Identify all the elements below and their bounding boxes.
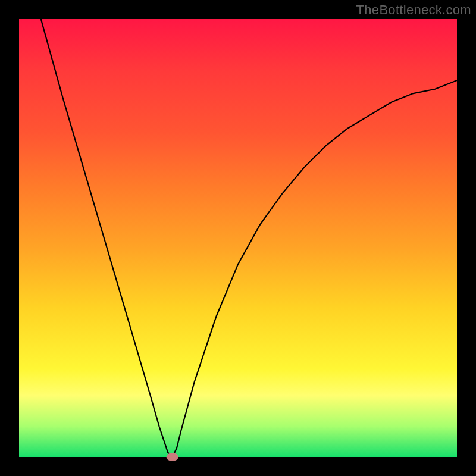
attribution-label: TheBottleneck.com <box>356 2 471 18</box>
plot-area <box>19 19 457 457</box>
chart-frame: TheBottleneck.com <box>0 0 476 476</box>
minimum-marker <box>167 453 178 461</box>
bottleneck-curve <box>41 19 457 457</box>
curve-svg <box>19 19 457 457</box>
